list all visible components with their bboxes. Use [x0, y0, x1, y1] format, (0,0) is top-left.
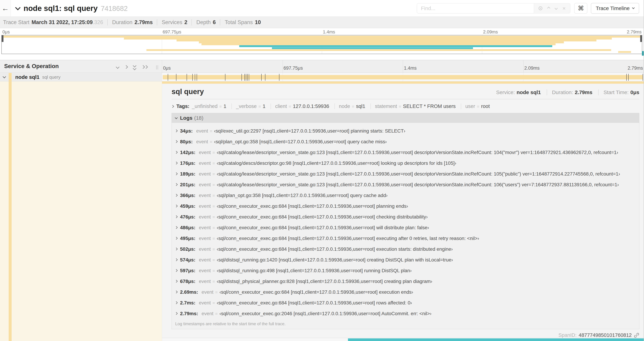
minimap-left-scrubber[interactable] [2, 35, 4, 42]
span-operation-name: sql query [42, 75, 60, 80]
trace-collapse-icon[interactable] [15, 5, 20, 10]
column-resizer[interactable] [156, 65, 158, 70]
log-marker[interactable] [195, 74, 195, 81]
log-row[interactable]: 189μs: event = ‹sql/catalog/lease/descri… [172, 169, 639, 179]
log-expand-icon[interactable] [175, 247, 178, 250]
logs-title: Logs [180, 115, 192, 121]
tag-key: _unfinished [192, 103, 218, 109]
tag-equals: = [477, 104, 479, 109]
log-expand-icon[interactable] [175, 237, 178, 240]
collapse-one-icon[interactable] [116, 65, 120, 69]
log-marker[interactable] [225, 74, 226, 81]
minimap-canvas[interactable] [2, 35, 642, 54]
log-marker[interactable] [168, 74, 168, 81]
find-input[interactable] [417, 4, 534, 13]
log-timestamp: 476μs: [180, 214, 196, 220]
log-expand-icon[interactable] [175, 140, 178, 143]
log-marker[interactable] [265, 74, 266, 81]
keyboard-shortcuts-button[interactable]: ⌘ [574, 3, 588, 14]
log-expand-icon[interactable] [175, 280, 178, 283]
summary-label: Duration [112, 19, 132, 26]
log-marker[interactable] [244, 74, 245, 81]
logs-header[interactable]: Logs (18) [172, 113, 639, 123]
log-expand-icon[interactable] [175, 312, 178, 315]
log-row[interactable]: 176μs: event = ‹sql/catalog/descs/descri… [172, 158, 639, 169]
minimap-right-scrubber[interactable] [640, 35, 642, 42]
log-expand-icon[interactable] [175, 226, 178, 229]
log-timestamp: 574μs: [180, 257, 196, 263]
log-marker[interactable] [242, 74, 242, 81]
log-expand-icon[interactable] [175, 161, 178, 164]
log-field-key: event [199, 182, 211, 187]
collapse-all-icon[interactable] [133, 64, 136, 70]
log-row[interactable]: 80μs: event = ‹sql/plan_opt.go:358 [nsql… [172, 136, 639, 147]
expand-one-icon[interactable] [124, 65, 128, 69]
log-equals: = [210, 139, 212, 144]
log-marker[interactable] [192, 74, 193, 81]
back-arrow-icon: ← [2, 4, 9, 12]
log-expand-icon[interactable] [175, 194, 178, 197]
log-marker[interactable] [186, 74, 187, 81]
log-expand-icon[interactable] [175, 151, 178, 154]
span-duration-bar[interactable] [163, 75, 643, 79]
view-select-button[interactable]: Trace Timeline [591, 3, 639, 14]
log-marker[interactable] [628, 74, 628, 81]
log-row[interactable]: 486μs: event = ‹sql/conn_executor_exec.g… [172, 222, 639, 233]
log-marker[interactable] [642, 74, 643, 81]
log-row[interactable]: 678μs: event = ‹sql/distsql_physical_pla… [172, 276, 639, 287]
log-timestamp: 678μs: [180, 279, 196, 284]
log-marker[interactable] [261, 74, 262, 81]
span-row-label[interactable]: node sql1 sql query [0, 73, 162, 82]
log-row[interactable]: 459μs: event = ‹sql/conn_executor_exec.g… [172, 201, 639, 212]
log-timestamp: 142μs: [180, 150, 196, 155]
summary-value: 2 [184, 19, 187, 26]
log-row[interactable]: 142μs: event = ‹sql/catalog/lease/descri… [172, 147, 639, 158]
log-expand-icon[interactable] [175, 183, 178, 186]
log-marker[interactable] [176, 74, 176, 81]
log-row[interactable]: 502μs: event = ‹sql/conn_executor_exec.g… [172, 244, 639, 254]
log-expand-icon[interactable] [175, 269, 178, 272]
span-bar-track[interactable] [162, 73, 644, 82]
span-collapse-icon[interactable] [2, 75, 6, 78]
log-equals: = [212, 193, 215, 198]
log-row[interactable]: 2.79ms: event = ‹sql/conn_executor_exec.… [172, 308, 639, 319]
log-marker[interactable] [197, 74, 197, 81]
log-expand-icon[interactable] [175, 172, 178, 175]
expand-all-icon[interactable] [142, 66, 147, 68]
minimap-span-bar [202, 43, 556, 45]
log-expand-icon[interactable] [175, 258, 178, 261]
log-row[interactable]: 495μs: event = ‹sql/conn_executor_exec.g… [172, 233, 639, 244]
next-match-icon[interactable] [554, 7, 558, 10]
log-field-value: ‹sql/conn_executor_exec.go:2046 [nsql1,c… [219, 311, 432, 316]
span-color-bar [9, 82, 12, 341]
tags-row[interactable]: Tags: _unfinished = 1 _verbose [172, 103, 639, 109]
log-marker[interactable] [249, 74, 249, 81]
log-expand-icon[interactable] [175, 301, 178, 304]
minimap-span-bar [124, 38, 612, 40]
log-expand-icon[interactable] [175, 215, 178, 218]
log-marker[interactable] [626, 74, 627, 81]
tag-key: client [275, 103, 287, 109]
log-marker[interactable] [279, 74, 280, 81]
log-marker[interactable] [247, 74, 248, 81]
log-expand-icon[interactable] [175, 204, 178, 207]
log-row[interactable]: 2.69ms: event = ‹sql/conn_executor_exec.… [172, 287, 639, 297]
log-field-value: ‹sql/conn_executor_exec.go:684 [nsql1,cl… [217, 246, 453, 252]
log-row[interactable]: 574μs: event = ‹sql/distsql_running.go:1… [172, 254, 639, 265]
log-row[interactable]: 597μs: event = ‹sql/distsql_running.go:4… [172, 265, 639, 276]
log-row[interactable]: 2.7ms: event = ‹sql/conn_executor_exec.g… [172, 297, 639, 308]
log-row[interactable]: 34μs: event = ‹sql/exec_util.go:2297 [ns… [172, 126, 639, 136]
log-row[interactable]: 366μs: event = ‹sql/plan_opt.go:358 [nsq… [172, 190, 639, 201]
back-button[interactable]: ← [0, 0, 11, 17]
log-expand-icon[interactable] [175, 129, 178, 132]
focus-match-icon[interactable] [538, 7, 542, 10]
tags-expand-icon[interactable] [171, 105, 174, 108]
log-marker[interactable] [246, 74, 246, 81]
log-expand-icon[interactable] [175, 290, 178, 293]
prev-match-icon[interactable] [547, 7, 550, 10]
log-row[interactable]: 476μs: event = ‹sql/conn_executor_exec.g… [172, 212, 639, 222]
logs-collapse-icon[interactable] [175, 116, 178, 119]
log-row[interactable]: 201μs: event = ‹sql/catalog/lease/descri… [172, 179, 639, 190]
clear-find-icon[interactable]: × [562, 6, 566, 11]
deep-link-icon[interactable] [634, 332, 639, 338]
